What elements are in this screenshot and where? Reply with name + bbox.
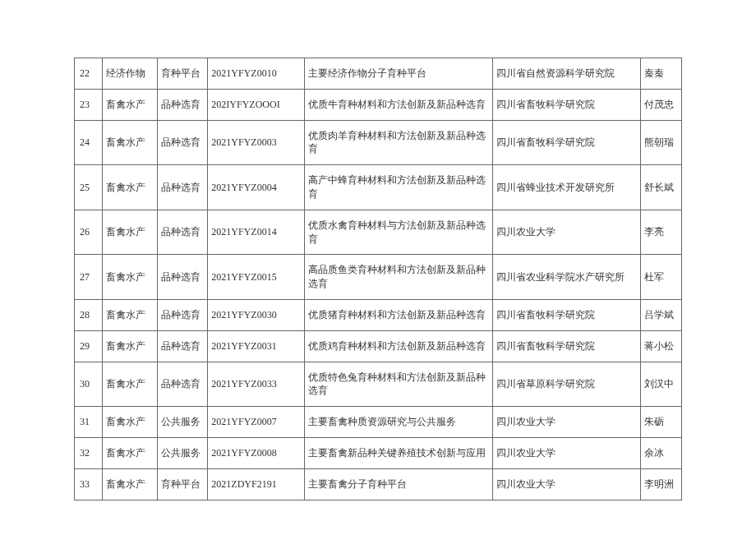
table-row: 31畜禽水产公共服务2021YFYZ0007主要畜禽种质资源研究与公共服务四川农… xyxy=(75,407,682,438)
cell-org: 四川省自然资源科学研究院 xyxy=(493,58,640,90)
cell-type: 品种选育 xyxy=(157,165,208,210)
cell-person: 熊朝瑞 xyxy=(640,120,681,165)
cell-person: 杜军 xyxy=(640,255,681,300)
cell-type: 品种选育 xyxy=(157,120,208,165)
cell-index: 27 xyxy=(75,255,103,300)
table-row: 29畜禽水产品种选育2021YFYZ0031优质鸡育种材料和方法创新及新品种选育… xyxy=(75,330,682,362)
cell-type: 公共服务 xyxy=(157,407,208,438)
cell-category: 畜禽水产 xyxy=(102,255,157,300)
cell-index: 26 xyxy=(75,210,103,255)
cell-category: 畜禽水产 xyxy=(102,468,157,500)
table-row: 32畜禽水产公共服务2021YFYZ0008主要畜禽新品种关键养殖技术创新与应用… xyxy=(75,437,682,468)
cell-code: 2021YFYZ0008 xyxy=(208,437,305,468)
cell-code: 2021ZDYF2191 xyxy=(208,468,305,500)
cell-person: 舒长斌 xyxy=(640,165,681,210)
cell-type: 育种平台 xyxy=(157,468,208,500)
cell-person: 付茂忠 xyxy=(640,89,681,120)
cell-org: 四川农业大学 xyxy=(493,210,640,255)
cell-type: 品种选育 xyxy=(157,89,208,120)
cell-category: 畜禽水产 xyxy=(102,210,157,255)
cell-name: 主要畜禽分子育种平台 xyxy=(304,468,493,500)
cell-org: 四川省草原科学研究院 xyxy=(493,362,640,407)
cell-category: 畜禽水产 xyxy=(102,330,157,362)
cell-category: 畜禽水产 xyxy=(102,165,157,210)
cell-name: 主要经济作物分子育种平台 xyxy=(304,58,493,90)
cell-index: 31 xyxy=(75,407,103,438)
cell-person: 李亮 xyxy=(640,210,681,255)
cell-org: 四川农业大学 xyxy=(493,468,640,500)
cell-index: 25 xyxy=(75,165,103,210)
cell-type: 品种选育 xyxy=(157,255,208,300)
cell-name: 优质牛育种材料和方法创新及新品种选育 xyxy=(304,89,493,120)
table-row: 30畜禽水产品种选育2021YFYZ0033优质特色兔育种材料和方法创新及新品种… xyxy=(75,362,682,407)
cell-org: 四川农业大学 xyxy=(493,407,640,438)
table-row: 28畜禽水产品种选育2021YFYZ0030优质猪育种材料和方法创新及新品种选育… xyxy=(75,299,682,330)
cell-person: 吕学斌 xyxy=(640,299,681,330)
cell-type: 品种选育 xyxy=(157,362,208,407)
cell-type: 育种平台 xyxy=(157,58,208,90)
cell-code: 2021YFYZ0014 xyxy=(208,210,305,255)
cell-name: 优质特色兔育种材料和方法创新及新品种选育 xyxy=(304,362,493,407)
cell-person: 朱砺 xyxy=(640,407,681,438)
cell-code: 2021YFYZ0031 xyxy=(208,330,305,362)
cell-category: 经济作物 xyxy=(102,58,157,90)
cell-index: 28 xyxy=(75,299,103,330)
cell-category: 畜禽水产 xyxy=(102,437,157,468)
cell-name: 高品质鱼类育种材料和方法创新及新品种选育 xyxy=(304,255,493,300)
cell-code: 2021YFYZ0004 xyxy=(208,165,305,210)
cell-person: 余冰 xyxy=(640,437,681,468)
data-table: 22经济作物育种平台2021YFYZ0010主要经济作物分子育种平台四川省自然资… xyxy=(74,58,682,500)
cell-person: 李明洲 xyxy=(640,468,681,500)
cell-org: 四川省蜂业技术开发研究所 xyxy=(493,165,640,210)
cell-org: 四川农业大学 xyxy=(493,437,640,468)
cell-index: 33 xyxy=(75,468,103,500)
table-row: 26畜禽水产品种选育2021YFYZ0014优质水禽育种材料与方法创新及新品种选… xyxy=(75,210,682,255)
cell-name: 优质肉羊育种材料和方法创新及新品种选育 xyxy=(304,120,493,165)
cell-org: 四川省农业科学院水产研究所 xyxy=(493,255,640,300)
cell-code: 2021YFYZ0030 xyxy=(208,299,305,330)
cell-category: 畜禽水产 xyxy=(102,299,157,330)
cell-org: 四川省畜牧科学研究院 xyxy=(493,89,640,120)
cell-index: 24 xyxy=(75,120,103,165)
table-row: 22经济作物育种平台2021YFYZ0010主要经济作物分子育种平台四川省自然资… xyxy=(75,58,682,90)
cell-type: 公共服务 xyxy=(157,437,208,468)
table-row: 25畜禽水产品种选育2021YFYZ0004高产中蜂育种材料和方法创新及新品种选… xyxy=(75,165,682,210)
cell-code: 202IYFYZOOOI xyxy=(208,89,305,120)
table-row: 33畜禽水产育种平台2021ZDYF2191主要畜禽分子育种平台四川农业大学李明… xyxy=(75,468,682,500)
cell-code: 2021YFYZ0033 xyxy=(208,362,305,407)
cell-person: 刘汉中 xyxy=(640,362,681,407)
cell-name: 高产中蜂育种材料和方法创新及新品种选育 xyxy=(304,165,493,210)
table-container: 22经济作物育种平台2021YFYZ0010主要经济作物分子育种平台四川省自然资… xyxy=(0,0,756,533)
cell-person: 蒋小松 xyxy=(640,330,681,362)
cell-type: 品种选育 xyxy=(157,299,208,330)
cell-category: 畜禽水产 xyxy=(102,120,157,165)
cell-name: 优质水禽育种材料与方法创新及新品种选育 xyxy=(304,210,493,255)
cell-category: 畜禽水产 xyxy=(102,407,157,438)
cell-code: 2021YFYZ0010 xyxy=(208,58,305,90)
cell-org: 四川省畜牧科学研究院 xyxy=(493,299,640,330)
cell-name: 主要畜禽种质资源研究与公共服务 xyxy=(304,407,493,438)
cell-code: 2021YFYZ0015 xyxy=(208,255,305,300)
table-body: 22经济作物育种平台2021YFYZ0010主要经济作物分子育种平台四川省自然资… xyxy=(75,58,682,500)
cell-index: 30 xyxy=(75,362,103,407)
cell-type: 品种选育 xyxy=(157,330,208,362)
cell-index: 23 xyxy=(75,89,103,120)
cell-org: 四川省畜牧科学研究院 xyxy=(493,330,640,362)
cell-name: 优质猪育种材料和方法创新及新品种选育 xyxy=(304,299,493,330)
cell-code: 2021YFYZ0003 xyxy=(208,120,305,165)
table-row: 24畜禽水产品种选育2021YFYZ0003优质肉羊育种材料和方法创新及新品种选… xyxy=(75,120,682,165)
cell-category: 畜禽水产 xyxy=(102,89,157,120)
cell-name: 主要畜禽新品种关键养殖技术创新与应用 xyxy=(304,437,493,468)
cell-type: 品种选育 xyxy=(157,210,208,255)
cell-index: 32 xyxy=(75,437,103,468)
cell-index: 29 xyxy=(75,330,103,362)
table-row: 23畜禽水产品种选育202IYFYZOOOI优质牛育种材料和方法创新及新品种选育… xyxy=(75,89,682,120)
cell-code: 2021YFYZ0007 xyxy=(208,407,305,438)
cell-name: 优质鸡育种材料和方法创新及新品种选育 xyxy=(304,330,493,362)
cell-person: 秦秦 xyxy=(640,58,681,90)
cell-category: 畜禽水产 xyxy=(102,362,157,407)
cell-org: 四川省畜牧科学研究院 xyxy=(493,120,640,165)
table-row: 27畜禽水产品种选育2021YFYZ0015高品质鱼类育种材料和方法创新及新品种… xyxy=(75,255,682,300)
cell-index: 22 xyxy=(75,58,103,90)
